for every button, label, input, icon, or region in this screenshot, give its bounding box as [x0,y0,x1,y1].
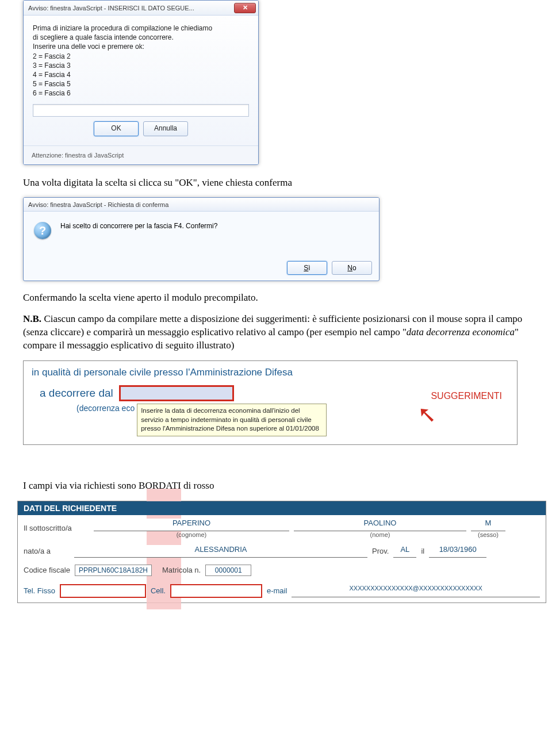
question-icon: ? [34,222,51,239]
label-email: e-mail [267,586,287,595]
nome-field[interactable]: PAOLINO [294,519,466,531]
cf-field[interactable]: PPRPLN60C18A182H [75,565,152,576]
js-confirm-dialog: Avviso: finestra JavaScript - Richiesta … [23,197,379,281]
hint-context-line: in qualità di personale civile presso l'… [32,367,509,378]
luogo-field[interactable]: ALESSANDRIA [74,545,367,558]
confirm-message: Hai scelto di concorrere per la fascia F… [60,222,217,230]
cell-field[interactable] [170,584,262,598]
ok-button[interactable]: OK [94,121,139,136]
tooltip-box: Inserire la data di decorrenza economina… [137,404,327,436]
label-matricola: Matricola n. [162,566,201,574]
sesso-field[interactable]: M [471,519,505,531]
dialog-text: Prima di iniziare la procedura di compil… [33,24,249,98]
field-label: a decorrere dal [40,387,113,400]
dialog-title: Avviso: finestra JavaScript - INSERISCI … [28,5,234,11]
close-icon[interactable]: ✕ [234,3,256,13]
prov-field[interactable]: AL [393,545,416,558]
body-paragraph: I campi via via richiesti sono BORDATI d… [23,479,529,493]
label-il: il [421,547,424,555]
label-cf: Codice fiscale [24,566,70,574]
tooltip-illustration: in qualità di personale civile presso l'… [23,360,518,445]
arrow-icon: ➚ [417,402,436,425]
body-paragraph: Confermando la scelta viene aperto il mo… [23,291,529,305]
dialog-titlebar: Avviso: finestra JavaScript - INSERISCI … [24,1,258,16]
label-sottoscritto: Il sottoscritto/a [24,524,89,532]
js-prompt-dialog: Avviso: finestra JavaScript - INSERISCI … [23,0,259,165]
field-sublabel: (decorrenza eco [76,404,135,413]
email-field[interactable]: XXXXXXXXXXXXXXX@XXXXXXXXXXXXXXX [292,585,540,597]
label-prov: Prov. [372,547,389,555]
dialog-body: Prima di iniziare la procedura di compil… [24,16,258,145]
dialog-status-bar: Attenzione: finestra di JavaScript [24,145,258,164]
birthdate-field[interactable]: 18/03/1960 [429,545,486,558]
caption-nome: (nome) [370,531,390,538]
label-cell: Cell. [151,586,166,595]
cancel-button[interactable]: Annulla [143,121,188,136]
date-field-highlighted[interactable] [119,385,234,401]
label-nato: nato/a a [24,547,70,555]
form-header: DATI DEL RICHIEDENTE [18,501,546,515]
matricola-field[interactable]: 0000001 [205,565,251,576]
dialog-titlebar: Avviso: finestra JavaScript - Richiesta … [24,198,379,212]
yes-button[interactable]: Sì [287,261,327,275]
body-paragraph: N.B. Ciascun campo da compilare mette a … [23,313,529,352]
tel-field[interactable] [60,584,146,598]
caption-sesso: (sesso) [478,531,499,538]
body-paragraph: Una volta digitata la scelta si clicca s… [23,176,529,190]
applicant-form: DATI DEL RICHIEDENTE Il sottoscritto/a P… [17,501,546,603]
cognome-field[interactable]: PAPERINO [94,519,289,531]
label-tel: Tel. Fisso [24,586,55,595]
no-button[interactable]: No [332,261,372,275]
prompt-input[interactable] [33,104,249,117]
annotation-label: SUGGERIMENTI [431,391,502,401]
caption-cognome: (cognome) [177,531,207,538]
